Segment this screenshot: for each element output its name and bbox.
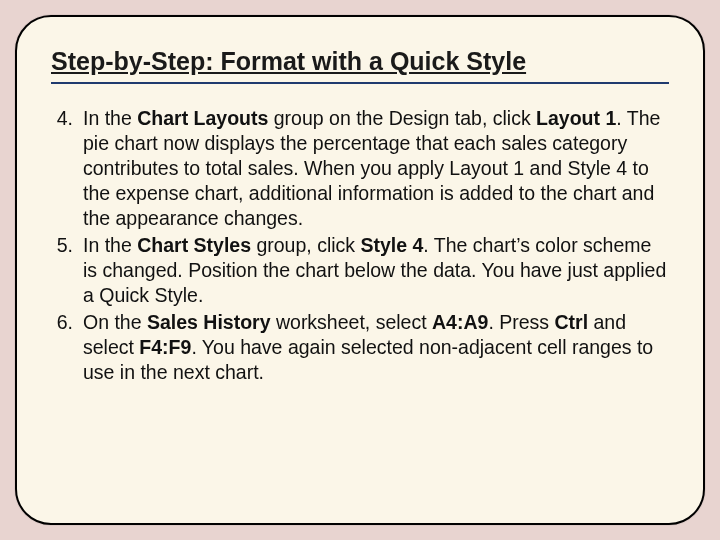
step-body: On the Sales History worksheet, select A…: [83, 310, 669, 385]
slide-title: Step-by-Step: Format with a Quick Style: [51, 47, 669, 84]
step-item: 6.On the Sales History worksheet, select…: [51, 310, 669, 385]
bold-text: Chart Styles: [137, 234, 251, 256]
step-number: 4.: [51, 106, 83, 231]
step-body: In the Chart Layouts group on the Design…: [83, 106, 669, 231]
step-item: 5.In the Chart Styles group, click Style…: [51, 233, 669, 308]
bold-text: Sales History: [147, 311, 271, 333]
step-item: 4.In the Chart Layouts group on the Desi…: [51, 106, 669, 231]
steps-list: 4.In the Chart Layouts group on the Desi…: [51, 106, 669, 384]
bold-text: F4:F9: [139, 336, 191, 358]
bold-text: Style 4: [360, 234, 423, 256]
slide-card: Step-by-Step: Format with a Quick Style …: [15, 15, 705, 525]
bold-text: A4:A9: [432, 311, 488, 333]
step-number: 6.: [51, 310, 83, 385]
bold-text: Ctrl: [554, 311, 588, 333]
text-run: . Press: [488, 311, 554, 333]
bold-text: Chart Layouts: [137, 107, 268, 129]
text-run: On the: [83, 311, 147, 333]
bold-text: Layout 1: [536, 107, 616, 129]
text-run: worksheet, select: [271, 311, 432, 333]
text-run: In the: [83, 234, 137, 256]
step-number: 5.: [51, 233, 83, 308]
text-run: group, click: [251, 234, 360, 256]
step-body: In the Chart Styles group, click Style 4…: [83, 233, 669, 308]
text-run: group on the Design tab, click: [268, 107, 536, 129]
text-run: In the: [83, 107, 137, 129]
